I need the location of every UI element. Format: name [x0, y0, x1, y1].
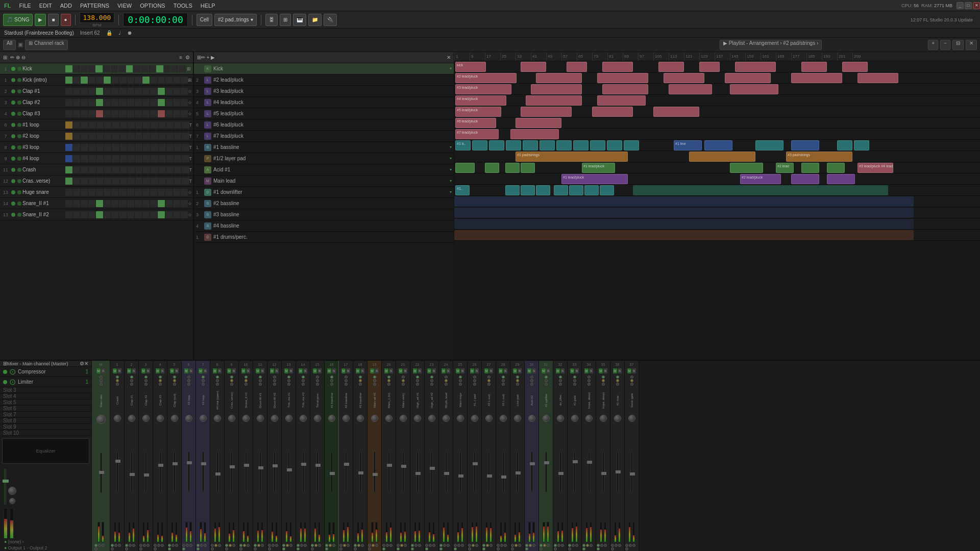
strip-fader-track-3[interactable] [145, 452, 147, 492]
pl-drums-pattern[interactable] [454, 230, 914, 240]
send-out-1-34[interactable] [582, 544, 585, 547]
send-dot-b-34[interactable] [587, 379, 591, 382]
strip-mute-6[interactable]: M [184, 368, 188, 373]
step-ki-15[interactable] [173, 77, 180, 84]
strip-vol-5[interactable] [171, 415, 178, 422]
strip-fader-knob-37[interactable] [630, 472, 635, 475]
send-out-4-7[interactable] [197, 547, 200, 550]
send-out-3-9[interactable] [232, 544, 235, 547]
strip-mute-29[interactable]: M [513, 368, 517, 373]
send-dot-b-15[interactable] [316, 379, 319, 382]
pl-block-lead5-2[interactable] [521, 107, 572, 117]
strip-fader-knob-16[interactable] [330, 472, 335, 475]
send-out-2-0[interactable] [98, 544, 101, 547]
strip-fader-track-23[interactable] [431, 452, 433, 492]
send-dot-b-19[interactable] [373, 379, 376, 382]
send-dot-c-25[interactable] [459, 383, 462, 386]
send-out-3-28[interactable] [504, 544, 507, 547]
send-dot-b-16[interactable] [330, 379, 333, 382]
send-out-4-13[interactable] [282, 547, 285, 550]
ch-mute-kick-intro[interactable] [17, 78, 21, 82]
strip-vol-9[interactable] [228, 415, 235, 422]
strip-fader-track-37[interactable] [631, 452, 633, 492]
mixer-strip-2[interactable]: 2 M S Clap #1 [125, 361, 139, 551]
ch-name-snare2[interactable]: Snare_II #2 [22, 212, 63, 217]
send-dot-a-32[interactable] [559, 375, 562, 379]
send-out-4-1[interactable] [111, 547, 114, 550]
send-out-4-4[interactable] [154, 547, 157, 550]
pl-block-lead2-6[interactable] [791, 73, 842, 83]
send-dot-b-6[interactable] [187, 379, 190, 382]
strip-mute-31[interactable]: M [542, 368, 546, 373]
master-fader-track[interactable] [4, 469, 6, 505]
send-out-1-23[interactable] [425, 544, 428, 547]
menu-patterns[interactable]: PATTERNS [76, 0, 113, 11]
send-dot-b-12[interactable] [273, 379, 276, 382]
send-dot-a-34[interactable] [587, 375, 591, 379]
pl-block-acid-4[interactable] [521, 163, 535, 173]
strip-fader-track-36[interactable] [617, 452, 619, 492]
strip-fader-track-35[interactable] [602, 452, 604, 492]
strip-mute-26[interactable]: M [470, 368, 474, 373]
step-10[interactable] [133, 65, 140, 72]
strip-solo-25[interactable]: S [460, 368, 464, 373]
maximize-button[interactable]: □ [965, 2, 972, 9]
minimize-button[interactable]: _ [957, 2, 964, 9]
ch-name-loop4[interactable]: #4 loop [22, 156, 63, 161]
send-out-3-4[interactable] [161, 544, 164, 547]
strip-fader-track-17[interactable] [345, 452, 347, 492]
step-ki-2[interactable] [73, 77, 80, 84]
send-out-1-8[interactable] [211, 544, 214, 547]
send-out-1-17[interactable] [339, 544, 342, 547]
strip-fader-track-15[interactable] [316, 452, 318, 492]
strip-vol-33[interactable] [571, 415, 578, 422]
step-ki-14[interactable] [165, 77, 173, 84]
strip-mute-3[interactable]: M [141, 368, 145, 373]
send-out-1-12[interactable] [268, 544, 271, 547]
ch-name-clap1[interactable]: Clap #1 [22, 88, 63, 94]
pl-block-layerpad-1[interactable]: #1 pad/strings [516, 152, 628, 162]
strip-mute-0[interactable]: M [96, 368, 101, 373]
send-out-1-2[interactable] [125, 544, 128, 547]
send-out-4-28[interactable] [497, 547, 500, 550]
fx-slot-6[interactable]: Slot 6 [0, 406, 91, 412]
send-dot-b-5[interactable] [173, 379, 176, 382]
send-out-1-6[interactable] [182, 544, 185, 547]
pl-block-bass1-line[interactable]: #1 line [674, 140, 702, 151]
strip-fader-track-8[interactable] [216, 452, 218, 492]
send-out-3-22[interactable] [418, 544, 421, 547]
send-out-2-22[interactable] [414, 544, 418, 547]
ch-name-crasverse[interactable]: Cras..verse) [22, 178, 63, 184]
send-out-1-16[interactable] [325, 544, 328, 547]
send-out-3-8[interactable] [218, 544, 221, 547]
send-dot-c-26[interactable] [473, 383, 476, 386]
strip-vol-23[interactable] [428, 415, 435, 422]
strip-solo-18[interactable]: S [360, 368, 364, 373]
strip-fader-knob-24[interactable] [444, 472, 449, 475]
send-out-3-35[interactable] [604, 544, 607, 547]
send-out-2-32[interactable] [557, 544, 560, 547]
fx-slot-7[interactable]: Slot 7 [0, 412, 91, 418]
send-dot-c-37[interactable] [630, 383, 633, 386]
send-dot-c-10[interactable] [244, 383, 248, 386]
pl-block-kick-4[interactable] [602, 62, 633, 72]
strip-vol-2[interactable] [128, 415, 135, 422]
strip-vol-22[interactable] [414, 415, 421, 422]
mixer-strip-19[interactable]: 19 M S Main ad #2 [368, 361, 382, 551]
strip-mute-18[interactable]: M [356, 368, 360, 373]
send-out-3-19[interactable] [375, 544, 378, 547]
pl-block-lead5-4[interactable] [653, 107, 699, 117]
pl-block-bass1-5[interactable] [523, 140, 538, 151]
send-out-4-2[interactable] [125, 547, 128, 550]
strip-mute-2[interactable]: M [127, 368, 131, 373]
send-out-2-26[interactable] [472, 544, 475, 547]
strip-fader-knob-35[interactable] [601, 472, 606, 475]
channel-rack-label[interactable]: ⊞ Channel rack [25, 40, 68, 50]
strip-fader-knob-28[interactable] [501, 475, 506, 479]
step-4[interactable] [88, 65, 95, 72]
send-dot-c-16[interactable] [330, 383, 333, 386]
ch-name-clap3[interactable]: Clap #3 [22, 111, 63, 116]
master-vol-knob[interactable] [8, 487, 16, 495]
mixer-strip-14[interactable]: 14 M S Trib..ms #2 [296, 361, 310, 551]
send-out-4-14[interactable] [297, 547, 300, 550]
